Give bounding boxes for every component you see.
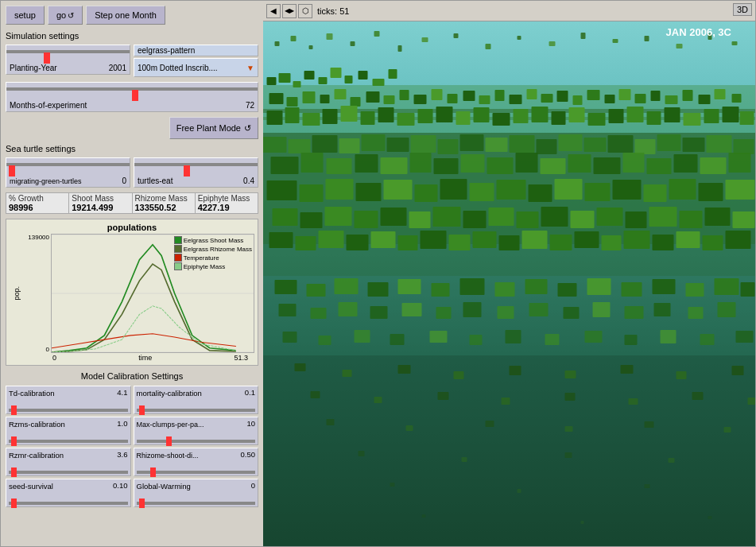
- svg-rect-235: [565, 370, 576, 378]
- calib-seed-survival[interactable]: seed-survival 0.10: [6, 479, 131, 507]
- svg-rect-29: [345, 76, 353, 83]
- svg-rect-137: [470, 183, 494, 201]
- svg-rect-127: [674, 154, 698, 173]
- svg-rect-93: [289, 139, 311, 153]
- migrating-thumb: [9, 165, 15, 177]
- legend-shoot-mass: Eelgrass Shoot Mass: [174, 236, 252, 244]
- svg-rect-55: [619, 89, 631, 100]
- go-button[interactable]: go ↺: [48, 6, 83, 25]
- svg-rect-186: [307, 284, 326, 297]
- svg-rect-223: [545, 334, 560, 345]
- svg-rect-205: [402, 303, 422, 316]
- svg-rect-196: [622, 282, 642, 297]
- calib-td-value: 4.1: [117, 388, 127, 397]
- svg-rect-12: [454, 33, 459, 38]
- svg-rect-140: [555, 179, 583, 200]
- svg-rect-233: [454, 371, 464, 379]
- svg-rect-14: [518, 36, 521, 40]
- x-max-label: 51.3: [234, 354, 248, 362]
- svg-rect-251: [645, 421, 654, 428]
- svg-rect-62: [732, 94, 742, 103]
- arrows-icon[interactable]: ⬡: [298, 4, 312, 18]
- planting-year-slider-row[interactable]: Planting-Year 2001: [6, 45, 130, 75]
- svg-rect-208: [498, 306, 514, 319]
- svg-rect-259: [645, 484, 650, 488]
- eelgrass-dropdown[interactable]: 100m Dotted Inscrib.... ▼: [134, 58, 258, 77]
- svg-rect-147: [273, 208, 298, 226]
- svg-rect-82: [588, 113, 606, 126]
- svg-rect-15: [549, 41, 556, 46]
- svg-rect-231: [343, 370, 352, 377]
- svg-rect-30: [359, 71, 368, 80]
- svg-rect-224: [585, 331, 603, 343]
- svg-rect-160: [626, 211, 647, 228]
- svg-rect-198: [686, 283, 704, 297]
- svg-rect-92: [263, 137, 287, 153]
- svg-rect-146: [726, 180, 755, 200]
- months-track: [6, 87, 258, 91]
- turtles-eat-thumb: [184, 165, 190, 177]
- x-time-label: time: [138, 354, 152, 362]
- calib-max-clumps[interactable]: Max-clumps-per-pa... 10: [134, 417, 259, 445]
- turtles-eat-value: 0.4: [243, 177, 254, 185]
- svg-rect-159: [597, 208, 623, 226]
- svg-rect-135: [415, 184, 438, 202]
- svg-rect-23: [267, 77, 277, 85]
- svg-rect-107: [635, 139, 656, 154]
- svg-rect-121: [516, 153, 538, 173]
- svg-rect-156: [517, 211, 539, 228]
- svg-rect-219: [390, 334, 405, 345]
- step-month-button[interactable]: Step one Month: [86, 6, 165, 25]
- svg-rect-54: [605, 95, 615, 103]
- svg-rect-39: [366, 91, 380, 103]
- calib-mortality-value: 0.1: [245, 388, 255, 397]
- calib-td-thumb: [11, 405, 17, 415]
- svg-rect-253: [359, 451, 365, 456]
- svg-rect-206: [436, 307, 452, 319]
- calib-mortality[interactable]: mortality-calibration 0.1: [134, 386, 259, 414]
- ticks-text: ticks:: [317, 6, 337, 16]
- svg-rect-116: [381, 157, 408, 174]
- calib-max-clumps-label: Max-clumps-per-pa...: [137, 421, 204, 429]
- migrating-slider-row[interactable]: migrating-green-turtles 0: [6, 157, 130, 188]
- x-min-label: 0: [52, 354, 56, 362]
- free-plant-button[interactable]: Free Plant Mode ↺: [169, 117, 258, 139]
- calib-rzmr[interactable]: Rzmr-calibration 3.6: [6, 448, 131, 476]
- svg-rect-148: [300, 212, 323, 228]
- svg-rect-162: [680, 211, 703, 228]
- legend-temp-color: [174, 254, 182, 262]
- eelgrass-section: eelgrass-pattern 100m Dotted Inscrib....…: [134, 45, 258, 77]
- calib-global-warming[interactable]: Global-Warming 0: [134, 479, 259, 507]
- svg-rect-76: [474, 107, 490, 122]
- calib-rzms-value: 1.0: [117, 419, 127, 428]
- 3d-button[interactable]: 3D: [733, 3, 752, 16]
- turtles-eat-slider-row[interactable]: turtles-eat 0.4: [134, 157, 258, 188]
- eelgrass-lower: [263, 276, 755, 355]
- calib-mortality-track: [137, 409, 256, 412]
- calib-mortality-label: mortality-calibration: [137, 389, 202, 398]
- svg-rect-254: [462, 457, 467, 462]
- arrow-left-icon[interactable]: ◀: [266, 4, 281, 18]
- y-axis-label: pop.: [13, 286, 21, 301]
- svg-rect-212: [625, 306, 644, 319]
- dropdown-arrow-icon: ▼: [246, 64, 254, 72]
- svg-rect-74: [436, 107, 453, 122]
- eelgrass-bottom-sparse: [263, 355, 755, 546]
- calib-rhizome-shoot[interactable]: Rhizome-shoot-di... 0.50: [134, 448, 259, 476]
- svg-rect-134: [384, 180, 413, 200]
- svg-rect-157: [541, 207, 568, 227]
- svg-rect-119: [461, 154, 485, 173]
- go-label: go: [56, 10, 66, 20]
- calib-td[interactable]: Td-calibration 4.1: [6, 386, 131, 414]
- calib-rzms[interactable]: Rzms-calibration 1.0: [6, 417, 131, 445]
- months-experiment-row[interactable]: Months-of-experiment 72: [6, 82, 258, 112]
- svg-rect-60: [699, 95, 711, 104]
- svg-rect-21: [732, 41, 738, 45]
- svg-rect-258: [518, 489, 521, 493]
- svg-rect-142: [613, 180, 642, 200]
- setup-button[interactable]: setup: [6, 6, 45, 25]
- arrow-right-icon[interactable]: ◀▶: [282, 4, 297, 18]
- svg-rect-222: [506, 330, 521, 343]
- svg-rect-108: [657, 134, 681, 151]
- svg-rect-255: [565, 452, 572, 458]
